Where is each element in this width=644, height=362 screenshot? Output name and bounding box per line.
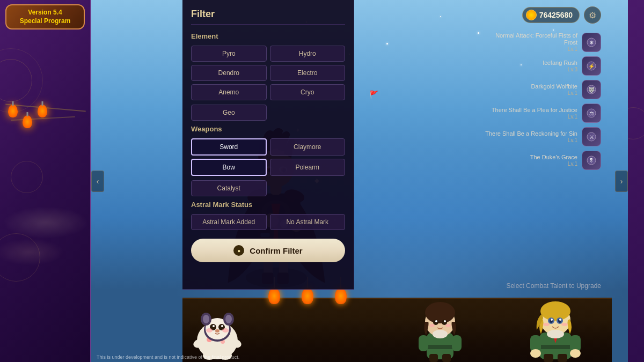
star-7 (553, 29, 554, 31)
skill-item-1: Normal Attack: Forceful Fists of Frost L… (483, 32, 601, 52)
skill-item-6: The Duke's Grace Lv.1 🎖 (483, 151, 601, 170)
cloud-deco-2 (0, 239, 64, 265)
filter-btn-dendro[interactable]: Dendro (191, 65, 267, 81)
svg-rect-59 (427, 345, 453, 349)
svg-point-67 (445, 324, 451, 327)
skill-icon-2[interactable]: ⚡ (582, 56, 601, 76)
filter-btn-astral-added[interactable]: Astral Mark Added (191, 214, 267, 230)
skill-icon-1[interactable]: ❄ (582, 33, 601, 52)
svg-point-76 (540, 301, 570, 321)
star-5 (478, 32, 479, 34)
svg-rect-71 (429, 354, 438, 362)
filter-panel: Filter Element Pyro Hydro Dendro Electro… (182, 0, 354, 290)
svg-point-47 (206, 328, 213, 333)
skill-icon-6[interactable]: 🎖 (582, 151, 601, 170)
lantern-body-3 (335, 288, 347, 304)
svg-point-83 (543, 323, 550, 326)
filter-btn-pyro[interactable]: Pyro (191, 46, 267, 62)
skill-item-4: There Shall Be a Plea for Justice Lv.1 ⚖ (483, 104, 601, 123)
nav-arrow-left[interactable]: ‹ (91, 171, 104, 192)
weapons-filter-grid: Sword Claymore Bow Polearm (191, 138, 345, 176)
filter-btn-geo[interactable]: Geo (191, 105, 267, 121)
svg-point-82 (559, 319, 561, 321)
svg-text:⚡: ⚡ (588, 63, 595, 70)
filter-btn-sword[interactable]: Sword (191, 138, 267, 156)
skill-level-4: Lv.1 (492, 114, 577, 120)
nav-arrow-right[interactable]: › (615, 171, 628, 192)
filter-btn-cryo[interactable]: Cryo (270, 84, 346, 100)
filter-btn-catalyst[interactable]: Catalyst (191, 180, 267, 196)
right-panel (628, 0, 644, 362)
skill-name-2: Icefang Rush (543, 60, 577, 67)
skill-name-1: Normal Attack: Forceful Fists of Frost (483, 32, 577, 46)
svg-rect-70 (452, 335, 462, 351)
filter-btn-astral-none[interactable]: No Astral Mark (270, 214, 346, 230)
skill-icon-4[interactable]: ⚖ (582, 104, 601, 123)
bottom-platform (182, 298, 612, 362)
currency-display: 76425680 (522, 7, 580, 23)
svg-rect-69 (419, 335, 428, 351)
skill-level-6: Lv.1 (530, 161, 577, 167)
deco-circle-2 (0, 48, 43, 113)
skill-level-3: Lv.1 (531, 90, 577, 96)
left-panel: Version 5.4 Special Program (0, 0, 91, 362)
skill-icon-3[interactable]: 🐺 (582, 80, 601, 99)
geo-row: Geo (191, 105, 345, 121)
weapons-section-label: Weapons (191, 125, 345, 133)
svg-point-89 (570, 349, 581, 358)
svg-rect-91 (558, 354, 567, 362)
astral-filter-grid: Astral Mark Added No Astral Mark (191, 214, 345, 230)
filter-btn-hydro[interactable]: Hydro (270, 46, 346, 62)
skill-level-1: Lv.1 (483, 46, 577, 52)
svg-point-53 (225, 315, 232, 323)
svg-text:⚔: ⚔ (589, 134, 594, 140)
settings-icon: ⚙ (589, 10, 596, 20)
skill-name-4: There Shall Be a Plea for Justice (492, 107, 577, 114)
version-badge: Version 5.4 Special Program (5, 4, 85, 29)
svg-rect-74 (539, 345, 572, 349)
skill-name-3: Darkgold Wolfbite (531, 83, 577, 90)
filter-btn-bow[interactable]: Bow (191, 159, 267, 176)
main-area: ✦ ✦ ✦ ✧ (91, 0, 628, 362)
confirm-btn-icon: ● (233, 245, 244, 256)
confirm-filter-button[interactable]: ● Confirm Filter (191, 239, 345, 262)
lantern-1 (8, 105, 18, 117)
svg-text:🎖: 🎖 (589, 158, 594, 164)
svg-point-81 (551, 319, 553, 321)
lantern-3 (23, 115, 32, 128)
filter-btn-anemo[interactable]: Anemo (191, 84, 267, 100)
coin-icon (526, 10, 537, 20)
svg-point-46 (221, 325, 223, 327)
element-filter-grid: Pyro Hydro Dendro Electro Anemo Cryo (191, 46, 345, 100)
skill-icon-5[interactable]: ⚔ (582, 127, 601, 146)
skill-level-5: Lv.1 (485, 137, 577, 143)
star-3 (440, 16, 441, 17)
skill-text-2: Icefang Rush Lv.3 (543, 60, 577, 72)
skill-text-6: The Duke's Grace Lv.1 (530, 154, 577, 167)
skill-level-2: Lv.3 (543, 67, 577, 72)
skill-name-5: There Shall Be a Reckoning for Sin (485, 130, 577, 137)
svg-point-48 (222, 328, 229, 333)
svg-rect-72 (442, 354, 451, 362)
settings-button[interactable]: ⚙ (584, 6, 601, 24)
lantern-2 (38, 105, 47, 117)
skill-text-4: There Shall Be a Plea for Justice Lv.1 (492, 107, 577, 120)
skill-text-5: There Shall Be a Reckoning for Sin Lv.1 (485, 130, 577, 143)
svg-point-66 (429, 324, 435, 327)
hud-top: 76425680 ⚙ (522, 6, 601, 24)
svg-text:⚖: ⚖ (589, 110, 594, 116)
svg-text:🐺: 🐺 (588, 86, 595, 93)
filter-btn-electro[interactable]: Electro (270, 65, 346, 81)
chibi-character-left (182, 292, 252, 362)
svg-text:❄: ❄ (589, 40, 594, 46)
disclaimer-text: This is under development and is not ind… (97, 354, 239, 360)
skill-item-2: Icefang Rush Lv.3 ⚡ (483, 56, 601, 76)
svg-point-65 (444, 320, 446, 322)
lantern-body-1 (268, 288, 280, 304)
filter-btn-claymore[interactable]: Claymore (270, 138, 346, 156)
skill-name-6: The Duke's Grace (530, 154, 577, 161)
skills-panel: Normal Attack: Forceful Fists of Frost L… (483, 32, 601, 174)
filter-btn-polearm[interactable]: Polearm (270, 159, 346, 176)
svg-point-88 (530, 349, 541, 358)
svg-point-84 (561, 323, 568, 326)
